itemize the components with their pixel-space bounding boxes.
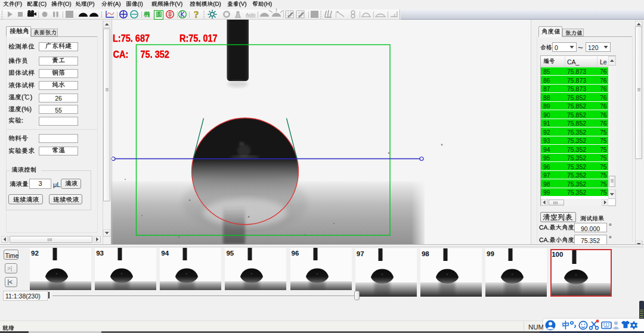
svg-text:?: ? <box>194 9 199 20</box>
svg-text:Auto: Auto <box>246 12 256 17</box>
